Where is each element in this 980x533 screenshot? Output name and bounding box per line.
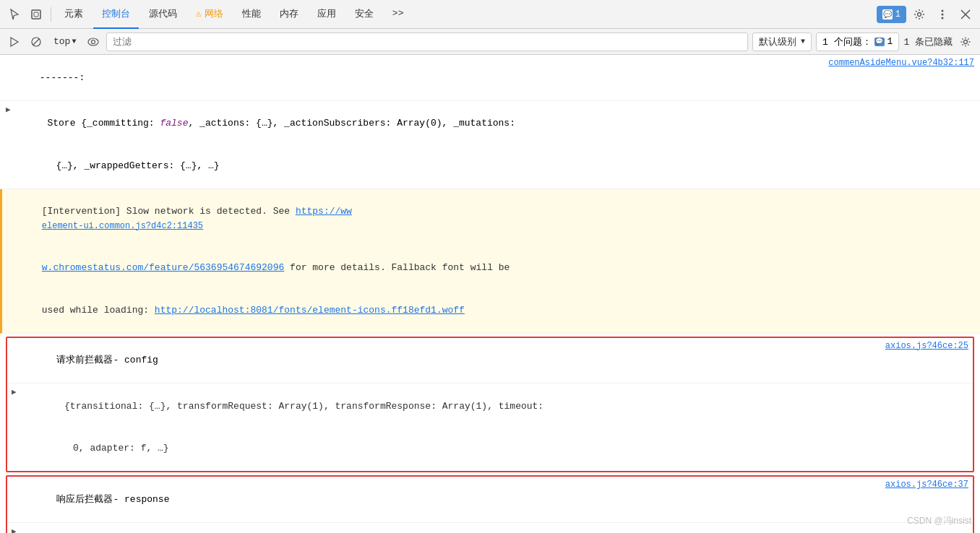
separator-text: -------: [6,56,822,99]
red-section-request-interceptor: 请求前拦截器- config axios.js?46ce:25 ▶ {trans… [6,337,974,473]
more-options-icon[interactable] [932,4,953,25]
tab-memory[interactable]: 内存 [271,0,307,29]
expand-arrow-resp[interactable]: ▶ [12,526,17,534]
interceptor-obj-line: ▶ {transitional: {…}, transformRequest: … [7,384,973,471]
warn-triangle-icon: ⚠️ [196,8,202,20]
devtools-toolbar: 元素 控制台 源代码 ⚠️ 网络 性能 内存 应用 安全 >> 💬 1 [0,0,980,29]
svg-point-13 [964,40,968,43]
warning-text: [Intervention] Slow network is detected.… [8,191,974,332]
box-icon[interactable] [26,4,46,25]
ban-icon[interactable] [27,33,45,51]
svg-marker-8 [11,38,18,46]
tab-source[interactable]: 源代码 [140,0,186,29]
response-interceptor-obj-line: ▶ {data: {…}, status: 200, statusText: '… [7,523,973,534]
console-toolbar: top ▼ 默认级别 ▼ 1 个问题： 💬 1 1 条已隐藏 [0,29,980,55]
top-dropdown[interactable]: top ▼ [49,35,80,48]
filter-input[interactable] [106,32,748,51]
response-interceptor-header-line: 响应后拦截器- response axios.js?46ce:37 [7,477,973,523]
message-badge-btn[interactable]: 💬 1 [877,6,906,23]
toolbar-right: 💬 1 [877,4,976,25]
svg-point-3 [942,9,944,12]
console-output: -------: commenAsideMenu.vue?4b32:117 ▶ … [0,55,980,533]
source-link-axios1[interactable]: axios.js?46ce:25 [885,339,968,352]
localhost-font-link[interactable]: http://localhost:8081/fonts/element-icon… [155,305,465,316]
cursor-icon[interactable] [4,4,25,25]
tab-performance[interactable]: 性能 [233,0,270,29]
level-chevron-icon: ▼ [801,38,805,46]
chromestatus-link2[interactable]: w.chromestatus.com/feature/5636954674692… [42,262,284,273]
message-icon: 💬 [882,9,893,20]
source-link-warning[interactable]: element-ui.common.js?d4c2:11435 [42,221,203,231]
svg-point-2 [918,12,921,16]
console-line-warning: [Intervention] Slow network is detected.… [0,189,980,334]
svg-rect-1 [34,12,38,17]
level-dropdown[interactable]: 默认级别 ▼ [752,32,812,51]
tab-elements[interactable]: 元素 [56,0,92,29]
svg-point-5 [942,17,944,19]
chromestatus-link[interactable]: https://ww [296,206,352,217]
interceptor-header-line: 请求前拦截器- config axios.js?46ce:25 [7,338,973,384]
expand-arrow-store[interactable]: ▶ [6,104,11,116]
tab-application[interactable]: 应用 [309,0,345,29]
svg-rect-0 [32,10,40,19]
tab-more[interactable]: >> [384,0,413,29]
play-icon[interactable] [6,33,23,51]
console-line-store: ▶ Store {_committing: false, _actions: {… [0,101,980,189]
issues-msg-icon: 💬 [874,38,885,46]
gear-icon[interactable] [909,4,929,25]
hidden-count: 1 条已隐藏 [903,35,953,48]
svg-point-11 [88,38,98,46]
sep1 [51,7,51,22]
interceptor-header-text: 请求前拦截器- config [12,339,880,382]
response-interceptor-obj-text: {data: {…}, status: 200, statusText: 'OK… [20,524,968,534]
tab-security[interactable]: 安全 [346,0,382,29]
svg-line-10 [33,38,40,45]
expand-arrow-req[interactable]: ▶ [12,386,17,399]
watermark: CSDN @冯insist [907,515,971,527]
console-settings-icon[interactable] [957,33,974,51]
console-line-separator: -------: commenAsideMenu.vue?4b32:117 [0,55,980,101]
response-interceptor-header-text: 响应后拦截器- response [12,478,880,521]
eye-icon[interactable] [85,33,102,51]
source-link-axios2[interactable]: axios.js?46ce:37 [885,478,968,491]
chevron-down-icon: ▼ [72,38,76,46]
source-link-aside[interactable]: commenAsideMenu.vue?4b32:117 [828,56,974,69]
tab-network[interactable]: ⚠️ 网络 [187,0,232,29]
issues-badge[interactable]: 1 个问题： 💬 1 [816,32,899,51]
red-section-response-interceptor: 响应后拦截器- response axios.js?46ce:37 ▶ {dat… [6,475,974,533]
interceptor-obj-text: {transitional: {…}, transformRequest: Ar… [20,385,968,469]
store-text: Store {_committing: false, _actions: {…}… [14,103,968,187]
tab-console[interactable]: 控制台 [93,0,139,29]
svg-point-4 [942,13,944,15]
close-icon[interactable] [955,4,976,25]
svg-point-12 [92,40,95,43]
